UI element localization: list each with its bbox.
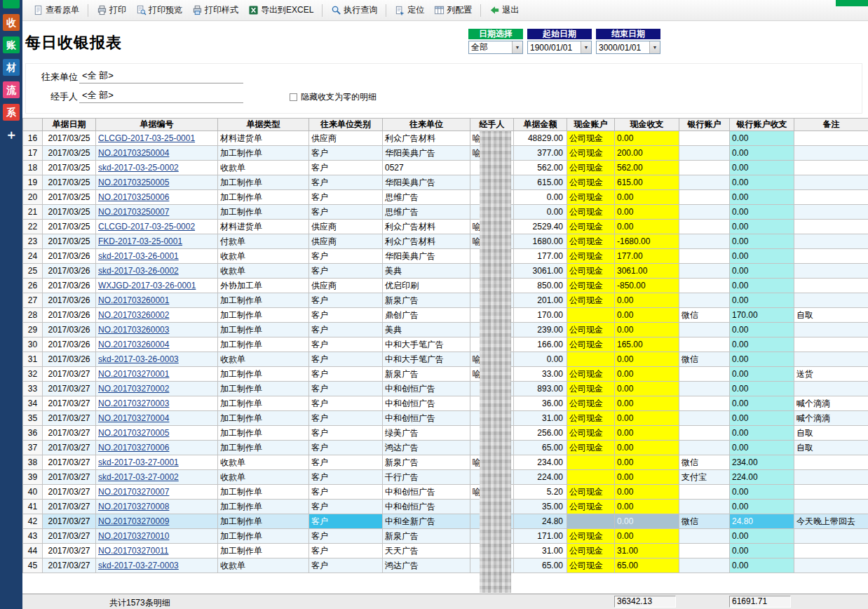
cell-note[interactable]: [794, 293, 868, 308]
cell-partner[interactable]: 华阳美典广告: [383, 249, 470, 264]
cell-bank-account[interactable]: [679, 249, 730, 264]
cell-bank-account[interactable]: [679, 205, 730, 220]
cell-doc-date[interactable]: 2017/03/27: [43, 485, 96, 500]
cell-cash-flow[interactable]: 31.00: [615, 544, 679, 558]
cell-doc-date[interactable]: 2017/03/25: [43, 220, 96, 234]
cell-doc-type[interactable]: 加工制作单: [218, 205, 309, 220]
cell-doc-type[interactable]: 加工制作单: [218, 500, 309, 514]
cell-bank-flow[interactable]: 0.00: [730, 161, 794, 175]
cell-doc-date[interactable]: 2017/03/27: [43, 500, 96, 514]
cell-amount[interactable]: 65.00: [514, 558, 567, 573]
cell-doc-no[interactable]: CLCGD-2017-03-25-0002: [96, 220, 218, 234]
toolbar-button-view-doc[interactable]: 查看原单: [28, 1, 84, 19]
cell-partner[interactable]: 中和大手笔广告: [383, 352, 470, 367]
cell-doc-no[interactable]: NO.201703250005: [96, 175, 218, 190]
doc-no-link[interactable]: skd-2017-03-26-0003: [98, 354, 179, 364]
cell-cash-flow[interactable]: 0.00: [615, 293, 679, 308]
cell-partner[interactable]: 中和创恒广告: [383, 485, 470, 500]
cell-doc-no[interactable]: skd-2017-03-27-0003: [96, 558, 218, 573]
sidebar-tab-shou[interactable]: 收: [3, 14, 20, 31]
cell-doc-type[interactable]: 外协加工单: [218, 279, 309, 293]
cell-amount[interactable]: 615.00: [514, 175, 567, 190]
table-row[interactable]: 232017/03/25FKD-2017-03-25-0001付款单供应商利众广…: [23, 234, 868, 249]
cell-row-number[interactable]: 26: [23, 279, 43, 293]
cell-doc-date[interactable]: 2017/03/27: [43, 382, 96, 396]
table-row[interactable]: 402017/03/27NO.201703270007加工制作单客户中和创恒广告…: [23, 485, 868, 500]
cell-amount[interactable]: 2529.40: [514, 220, 567, 234]
cell-doc-no[interactable]: NO.201703270004: [96, 411, 218, 426]
sidebar-tab-plus[interactable]: ＋: [3, 126, 20, 143]
cell-bank-flow[interactable]: 0.00: [730, 544, 794, 558]
cell-note[interactable]: [794, 382, 868, 396]
cell-partner-type[interactable]: 客户: [309, 382, 383, 396]
cell-bank-account[interactable]: [679, 190, 730, 205]
column-header-2[interactable]: 单据编号: [96, 119, 218, 131]
cell-cash-flow[interactable]: 0.00: [615, 485, 679, 500]
cell-partner[interactable]: 美典: [383, 323, 470, 337]
cell-doc-type[interactable]: 加工制作单: [218, 175, 309, 190]
column-header-11[interactable]: 银行账户收支: [730, 119, 794, 131]
date-filter-combo-1[interactable]: 1900/01/01▼: [527, 41, 592, 54]
cell-note[interactable]: [794, 249, 868, 264]
cell-row-number[interactable]: 27: [23, 293, 43, 308]
toolbar-button-exit[interactable]: 退出: [484, 1, 524, 19]
cell-row-number[interactable]: 25: [23, 264, 43, 279]
cell-bank-account[interactable]: [679, 558, 730, 573]
cell-partner-type[interactable]: 客户: [309, 485, 383, 500]
cell-doc-type[interactable]: 加工制作单: [218, 396, 309, 411]
doc-no-link[interactable]: NO.201703270006: [98, 443, 169, 453]
cell-doc-type[interactable]: 加工制作单: [218, 514, 309, 529]
table-row[interactable]: 162017/03/25CLCGD-2017-03-25-0001材料进货单供应…: [23, 131, 868, 146]
cell-doc-type[interactable]: 付款单: [218, 234, 309, 249]
column-header-6[interactable]: 经手人: [470, 119, 514, 131]
table-row[interactable]: 312017/03/26skd-2017-03-26-0003收款单客户中和大手…: [23, 352, 868, 367]
cell-row-number[interactable]: 36: [23, 426, 43, 441]
cell-partner-type[interactable]: 客户: [309, 558, 383, 573]
cell-partner-type[interactable]: 客户: [309, 293, 383, 308]
column-header-8[interactable]: 现金账户: [567, 119, 615, 131]
table-row[interactable]: 192017/03/25NO.201703250005加工制作单客户华阳美典广告…: [23, 175, 868, 190]
cell-bank-account[interactable]: [679, 131, 730, 146]
cell-cash-flow[interactable]: 0.00: [615, 131, 679, 146]
cell-bank-flow[interactable]: 0.00: [730, 426, 794, 441]
cell-doc-date[interactable]: 2017/03/26: [43, 352, 96, 367]
cell-doc-type[interactable]: 收款单: [218, 249, 309, 264]
cell-cash-account[interactable]: 公司现金: [567, 337, 615, 352]
table-row[interactable]: 422017/03/27NO.201703270009加工制作单客户中和全新广告…: [23, 514, 868, 529]
cell-partner-type[interactable]: 客户: [309, 470, 383, 485]
cell-doc-date[interactable]: 2017/03/27: [43, 558, 96, 573]
cell-doc-date[interactable]: 2017/03/27: [43, 529, 96, 544]
cell-cash-account[interactable]: 公司现金: [567, 485, 615, 500]
cell-partner-type[interactable]: 客户: [309, 190, 383, 205]
cell-bank-flow[interactable]: 0.00: [730, 234, 794, 249]
cell-doc-type[interactable]: 收款单: [218, 161, 309, 175]
cell-note[interactable]: [794, 161, 868, 175]
cell-bank-flow[interactable]: 0.00: [730, 337, 794, 352]
cell-bank-flow[interactable]: 24.80: [730, 514, 794, 529]
cell-cash-flow[interactable]: 200.00: [615, 146, 679, 161]
cell-row-number[interactable]: 20: [23, 190, 43, 205]
cell-bank-flow[interactable]: 0.00: [730, 146, 794, 161]
cell-partner-type[interactable]: 客户: [309, 323, 383, 337]
cell-cash-flow[interactable]: 0.00: [615, 220, 679, 234]
cell-cash-account[interactable]: [567, 514, 615, 529]
date-filter-combo-0[interactable]: 全部▼: [468, 41, 523, 54]
cell-cash-flow[interactable]: 0.00: [615, 396, 679, 411]
cell-note[interactable]: [794, 500, 868, 514]
cell-row-number[interactable]: 29: [23, 323, 43, 337]
cell-bank-flow[interactable]: 0.00: [730, 205, 794, 220]
cell-bank-flow[interactable]: 170.00: [730, 308, 794, 323]
cell-doc-date[interactable]: 2017/03/26: [43, 264, 96, 279]
cell-note[interactable]: [794, 529, 868, 544]
cell-cash-account[interactable]: 公司现金: [567, 411, 615, 426]
cell-partner-type[interactable]: 客户: [309, 529, 383, 544]
table-row[interactable]: 252017/03/26skd-2017-03-26-0002收款单客户美典30…: [23, 264, 868, 279]
cell-bank-account[interactable]: [679, 337, 730, 352]
doc-no-link[interactable]: NO.201703270011: [98, 546, 169, 556]
cell-cash-flow[interactable]: 0.00: [615, 308, 679, 323]
cell-doc-type[interactable]: 加工制作单: [218, 146, 309, 161]
cell-row-number[interactable]: 23: [23, 234, 43, 249]
cell-bank-account[interactable]: [679, 544, 730, 558]
toolbar-button-print-preview[interactable]: 打印预览: [131, 1, 187, 19]
cell-doc-type[interactable]: 加工制作单: [218, 544, 309, 558]
